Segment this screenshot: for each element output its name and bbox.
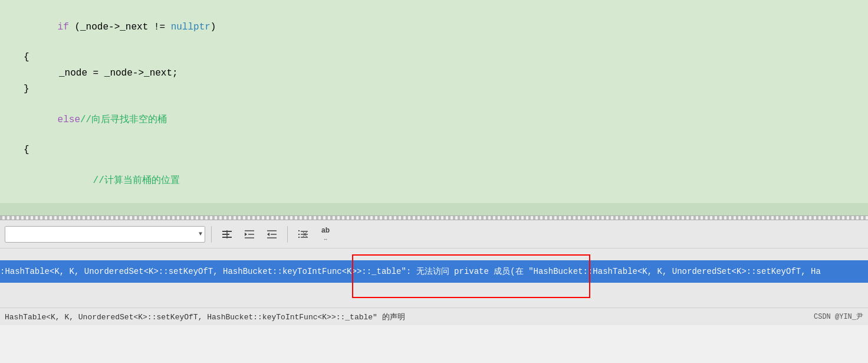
keyword-if: if — [58, 22, 69, 32]
code-line-4: } — [0, 81, 868, 97]
code-editor: if (_node->_next != nullptr) { _node = _… — [0, 0, 868, 215]
svg-marker-11 — [267, 233, 269, 236]
error-text: :HashTable<K, K, UnorderedSet<K>::setKey… — [0, 264, 821, 279]
code-line-6: { — [0, 142, 868, 158]
dropdown-arrow-icon: ▼ — [199, 231, 202, 237]
code-line-7: //计算当前桶的位置 — [0, 158, 868, 203]
align-button[interactable] — [218, 226, 236, 243]
separator — [0, 215, 868, 220]
svg-marker-7 — [245, 233, 247, 236]
bottom-bar-credit: CSDN @YIN_尹 — [814, 312, 863, 322]
indent-button[interactable] — [262, 226, 281, 243]
toolbar-divider-1 — [211, 226, 212, 243]
list-button[interactable] — [294, 226, 313, 243]
bottom-bar: HashTable<K, K, UnorderedSet<K>::setKeyO… — [0, 308, 868, 325]
code-line-1: if (_node->_next != nullptr) — [0, 5, 868, 50]
bottom-bar-text: HashTable<K, K, UnorderedSet<K>::setKeyO… — [5, 312, 405, 322]
code-format-button[interactable]: ab↔ — [316, 226, 335, 243]
toolbar: ▼ — [0, 220, 868, 248]
code-line-3: _node = _node->_next; — [0, 66, 868, 81]
indent-icon — [266, 229, 278, 240]
align-icon — [221, 229, 233, 240]
outdent-button[interactable] — [240, 226, 259, 243]
code-line-2: { — [0, 50, 868, 66]
code-line-5: else//向后寻找非空的桶 — [0, 97, 868, 142]
list-icon — [297, 229, 309, 240]
toolbar-divider-2 — [287, 226, 288, 243]
style-dropdown[interactable]: ▼ — [5, 226, 205, 243]
outdent-icon — [244, 229, 255, 240]
code-line-8: size_t hashi = keyToInt()(keyOfT()(_node… — [0, 203, 868, 215]
code-format-icon: ab↔ — [321, 226, 330, 243]
error-area: :HashTable<K, K, UnorderedSet<K>::setKey… — [0, 248, 868, 308]
error-message-line: :HashTable<K, K, UnorderedSet<K>::setKey… — [0, 260, 868, 283]
